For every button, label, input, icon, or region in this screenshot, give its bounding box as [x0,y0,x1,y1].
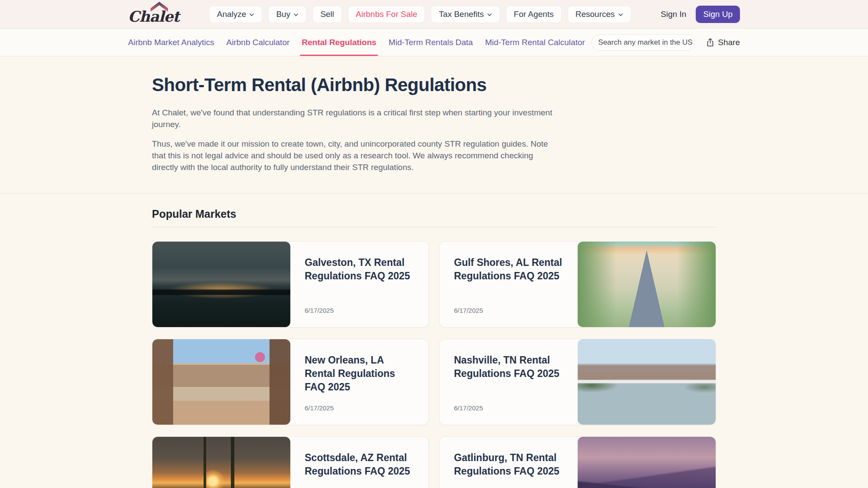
chevron-down-icon [618,13,623,16]
market-card-date: 6/17/2025 [305,307,334,314]
section-divider [152,227,716,227]
share-label: Share [718,38,740,47]
nav-airbnbs-for-sale-label: Airbnbs For Sale [356,10,418,19]
nav-for-agents-label: For Agents [514,10,554,19]
nav-resources-button[interactable]: Resources [568,6,631,23]
chevron-down-icon [293,13,299,16]
gatlinburg-mountains-image [578,437,716,488]
galveston-pier-image [152,242,290,327]
scottsdale-desert-image [152,437,290,488]
market-card-date: 6/17/2025 [454,404,483,412]
market-card-gulf-shores[interactable]: Gulf Shores, AL Rental Regulations FAQ 2… [439,241,716,328]
nav-sell-label: Sell [320,10,334,19]
link-airbnb-market-analytics[interactable]: Airbnb Market Analytics [128,29,214,56]
popular-markets-heading: Popular Markets [152,208,716,220]
market-card-date: 6/17/2025 [305,404,334,412]
market-card-title[interactable]: Galveston, TX Rental Regulations FAQ 202… [305,256,413,283]
market-card-title[interactable]: Gulf Shores, AL Rental Regulations FAQ 2… [454,256,562,283]
market-card-gatlinburg[interactable]: Gatlinburg, TN Rental Regulations FAQ 20… [439,436,716,488]
nav-sell-button[interactable]: Sell [312,6,342,23]
chalet-logo[interactable]: Chalet [128,3,179,25]
market-card-scottsdale[interactable]: Scottsdale, AZ Rental Regulations FAQ 20… [152,436,429,488]
share-icon [706,38,714,47]
link-airbnb-calculator[interactable]: Airbnb Calculator [227,29,290,56]
main-nav: Analyze Buy Sell Airbnbs For Sale Tax Be… [209,6,631,23]
hero-section: Short-Term Rental (Airbnb) Regulations A… [0,56,868,193]
market-cards-grid: Galveston, TX Rental Regulations FAQ 202… [152,241,716,488]
nav-buy-label: Buy [276,10,290,19]
market-card-title[interactable]: Gatlinburg, TN Rental Regulations FAQ 20… [454,451,562,478]
market-search-box [592,34,695,51]
nav-analyze-button[interactable]: Analyze [209,6,263,23]
sign-up-button[interactable]: Sign Up [696,6,740,23]
hero-paragraph-2: Thus, we've made it our mission to creat… [152,138,560,173]
top-nav-bar: Chalet Analyze Buy Sell Airbnbs For Sale… [0,0,868,29]
nav-buy-button[interactable]: Buy [268,6,306,23]
secondary-nav-links: Airbnb Market Analytics Airbnb Calculato… [128,29,585,56]
nav-resources-label: Resources [575,10,615,19]
chevron-down-icon [487,13,492,16]
market-card-nashville[interactable]: Nashville, TN Rental Regulations FAQ 202… [439,339,716,425]
popular-markets-section: Popular Markets Galveston, TX Rental Reg… [0,193,868,488]
market-card-new-orleans[interactable]: New Orleans, LA Rental Regulations FAQ 2… [152,339,429,425]
market-card-galveston[interactable]: Galveston, TX Rental Regulations FAQ 202… [152,241,429,328]
link-mid-term-rental-calculator[interactable]: Mid-Term Rental Calculator [485,29,585,56]
market-card-title[interactable]: Nashville, TN Rental Regulations FAQ 202… [454,354,562,380]
roof-icon [151,2,168,12]
market-search-input[interactable] [598,38,694,47]
nav-for-agents-button[interactable]: For Agents [506,6,562,23]
nashville-skyline-image [578,339,716,425]
chevron-down-icon [249,13,254,16]
nav-tax-benefits-button[interactable]: Tax Benefits [431,6,500,23]
nav-tax-benefits-label: Tax Benefits [439,10,484,19]
market-card-title[interactable]: New Orleans, LA Rental Regulations FAQ 2… [305,354,413,394]
gulf-shores-boardwalk-image [578,242,716,327]
link-mid-term-rentals-data[interactable]: Mid-Term Rentals Data [388,29,473,56]
new-orleans-street-image [152,339,290,425]
market-card-title[interactable]: Scottsdale, AZ Rental Regulations FAQ 20… [305,451,413,478]
market-card-date: 6/17/2025 [454,307,483,314]
auth-area: Sign In Sign Up [661,6,740,23]
nav-analyze-label: Analyze [217,10,247,19]
secondary-nav-bar: Airbnb Market Analytics Airbnb Calculato… [0,29,868,56]
hero-paragraph-1: At Chalet, we've found that understandin… [152,107,560,130]
sign-in-link[interactable]: Sign In [661,10,686,19]
link-rental-regulations[interactable]: Rental Regulations [302,29,376,56]
page-title: Short-Term Rental (Airbnb) Regulations [152,75,716,95]
nav-airbnbs-for-sale-button[interactable]: Airbnbs For Sale [348,6,425,23]
share-button[interactable]: Share [706,38,740,47]
